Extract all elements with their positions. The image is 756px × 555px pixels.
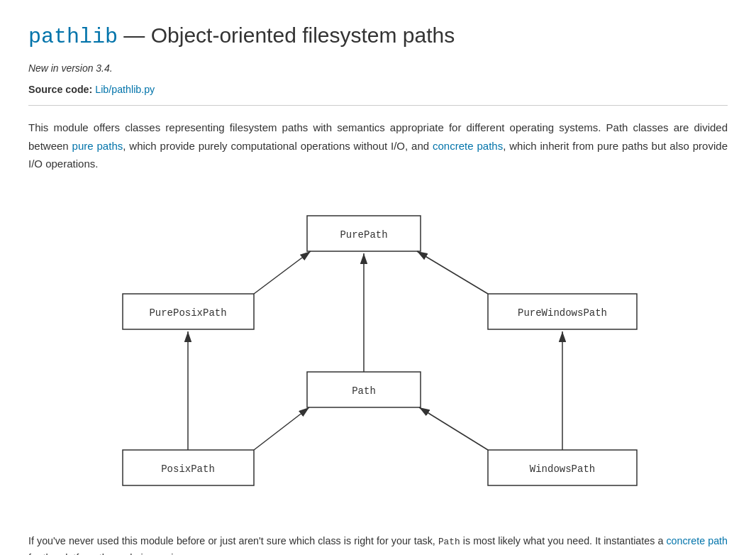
source-code-line: Source code: Lib/pathlib.py <box>28 84 728 95</box>
source-code-label: Source code: <box>28 84 92 95</box>
windowspath-label: WindowsPath <box>530 463 595 475</box>
purepath-label: PurePath <box>340 229 387 241</box>
description-text-2: , which provide purely computational ope… <box>123 140 433 152</box>
version-note: New in version 3.4. <box>28 62 728 74</box>
pure-paths-link[interactable]: pure paths <box>72 140 123 152</box>
page-title: pathlib — Object-oriented filesystem pat… <box>28 21 728 51</box>
arrow-windows-to-path <box>419 407 488 450</box>
bottom-text-after: for the platform the code is running on. <box>28 552 201 555</box>
path-code: Path <box>438 537 460 547</box>
arrow-posix-to-path <box>254 407 309 450</box>
description-paragraph: This module offers classes representing … <box>28 119 728 173</box>
bottom-paragraph: If you've never used this module before … <box>28 532 728 556</box>
source-code-link[interactable]: Lib/pathlib.py <box>95 84 155 95</box>
path-label: Path <box>352 385 376 397</box>
posixpath-label: PosixPath <box>161 463 215 475</box>
bottom-text-middle: is most likely what you need. It instant… <box>460 535 667 546</box>
arrow-pureposix-to-purepath <box>254 251 311 294</box>
divider <box>28 105 728 106</box>
arrow-purewindows-to-purepath <box>417 251 488 294</box>
purewindowspath-label: PureWindowsPath <box>518 307 607 319</box>
class-diagram: PurePath PurePosixPath PureWindowsPath P… <box>28 194 728 507</box>
concrete-path-link[interactable]: concrete path <box>666 535 728 546</box>
diagram-svg: PurePath PurePosixPath PureWindowsPath P… <box>87 194 669 507</box>
concrete-paths-link[interactable]: concrete paths <box>433 140 503 152</box>
title-separator: — <box>118 23 151 47</box>
title-suffix: Object-oriented filesystem paths <box>151 23 455 47</box>
pureposixpath-label: PurePosixPath <box>149 307 226 319</box>
module-name: pathlib <box>28 25 118 49</box>
bottom-text-before: If you've never used this module before … <box>28 535 438 546</box>
